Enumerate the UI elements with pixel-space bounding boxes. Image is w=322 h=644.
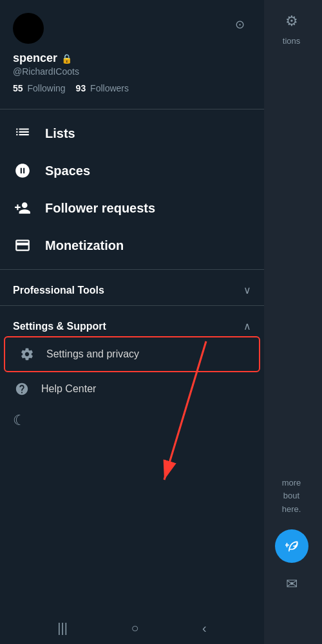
settings-support-chevron: ∧: [243, 320, 251, 332]
more-options-button[interactable]: ⊙: [228, 13, 251, 36]
settings-support-title: Settings & Support: [13, 321, 106, 332]
lists-icon: [13, 124, 32, 143]
follower-requests-icon: [13, 198, 32, 218]
monetization-label: Monetization: [45, 238, 124, 253]
android-nav-bar: ||| ○ ‹: [0, 612, 264, 644]
username-text: spencer: [13, 52, 57, 65]
gear-icon[interactable]: ⚙: [285, 13, 298, 30]
settings-gear-icon: [18, 345, 36, 363]
right-overlay-panel: ⚙ tions more bout here. ✉: [261, 0, 322, 644]
dark-mode-row[interactable]: ☾: [0, 406, 264, 442]
nav-section: Lists Spaces Follower requests: [0, 115, 264, 644]
professional-tools-chevron: ∨: [243, 284, 251, 296]
mail-icon[interactable]: ✉: [286, 576, 298, 592]
help-icon: [13, 380, 31, 398]
lists-label: Lists: [45, 126, 75, 141]
settings-privacy-item[interactable]: Settings and privacy: [5, 337, 259, 371]
help-center-item[interactable]: Help Center: [0, 372, 264, 406]
nav-item-monetization[interactable]: Monetization: [0, 227, 264, 264]
nav-item-spaces[interactable]: Spaces: [0, 152, 264, 189]
divider-2: [0, 269, 264, 270]
recent-apps-icon[interactable]: |||: [57, 621, 68, 636]
username-display: spencer 🔒: [13, 52, 251, 65]
follow-stats: 55 Following 93 Followers: [13, 83, 251, 93]
followers-count: 93: [76, 83, 86, 93]
lock-icon: 🔒: [61, 53, 72, 64]
monetization-icon: [13, 236, 32, 255]
nav-item-lists[interactable]: Lists: [0, 115, 264, 152]
drawer-header: ⊙ spencer 🔒 @RichardICoots 55 Following …: [0, 13, 264, 104]
professional-tools-title: Professional Tools: [13, 285, 104, 296]
settings-support-header[interactable]: Settings & Support ∧: [0, 311, 264, 336]
drawer-panel: ⊙ spencer 🔒 @RichardICoots 55 Following …: [0, 0, 264, 644]
back-icon[interactable]: ‹: [202, 621, 207, 636]
followers-label: Followers: [90, 83, 129, 93]
spaces-label: Spaces: [45, 164, 90, 178]
settings-privacy-highlight-box: Settings and privacy: [4, 336, 260, 372]
nav-item-follower-requests[interactable]: Follower requests: [0, 189, 264, 227]
avatar[interactable]: [13, 13, 44, 44]
home-icon[interactable]: ○: [131, 621, 138, 636]
divider-3: [0, 305, 264, 306]
following-stat[interactable]: 55 Following: [13, 83, 66, 93]
following-count: 55: [13, 83, 23, 93]
help-center-label: Help Center: [41, 383, 96, 395]
settings-privacy-label: Settings and privacy: [46, 348, 139, 360]
follower-requests-label: Follower requests: [45, 201, 155, 216]
spaces-icon: [13, 161, 32, 180]
following-label: Following: [27, 83, 65, 93]
user-handle: @RichardICoots: [13, 66, 251, 77]
compose-fab[interactable]: [275, 529, 308, 563]
followers-stat[interactable]: 93 Followers: [76, 83, 129, 93]
professional-tools-header[interactable]: Professional Tools ∨: [0, 275, 264, 300]
right-panel-partial-text: tions: [283, 36, 300, 46]
moon-icon[interactable]: ☾: [13, 412, 26, 428]
right-panel-more-text: more bout here.: [282, 477, 301, 516]
divider-1: [0, 109, 264, 109]
